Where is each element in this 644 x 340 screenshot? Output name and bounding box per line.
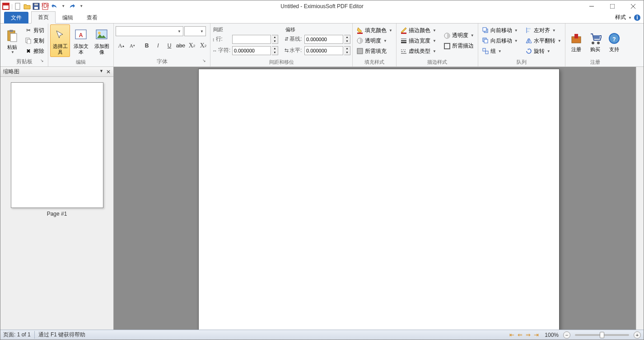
svg-rect-5 (34, 7, 38, 9)
char-spacing-field[interactable]: ↔ 字符:▲▼ (212, 46, 278, 56)
app-icon (2, 3, 9, 10)
thumbnail-page-1[interactable] (11, 82, 103, 208)
ribbon-tabbar: 文件 首页 编辑 查看 样式 ▼ i (0, 12, 644, 24)
font-size-combo[interactable]: ▼ (184, 26, 206, 36)
window-title: Untitled - EximiousSoft PDF Editor (280, 3, 363, 9)
thumbnails-panel: 缩略图 ▼ ✕ Page #1 (0, 67, 114, 330)
group-register: 注册 购买 ? 支持 注册 (565, 24, 625, 66)
svg-rect-3 (15, 3, 20, 9)
add-image-button[interactable]: 添加图像 (92, 24, 112, 57)
undo-icon[interactable] (51, 3, 58, 10)
svg-rect-44 (527, 31, 529, 32)
register-button[interactable]: 注册 (567, 24, 585, 57)
send-backward-button[interactable]: 向后移动▼ (480, 36, 520, 46)
baseline-field[interactable]: ⇵ 基线:▲▼ (285, 34, 350, 44)
group-arrange: 向前移动▼ 向后移动▼ 组▼ 左对齐▼ 水平翻转▼ 旋转▼ 队列 (478, 24, 565, 66)
underline-button[interactable]: U (164, 41, 175, 51)
first-page-button[interactable]: ⇤ (508, 331, 516, 339)
zoom-value: 100% (545, 332, 559, 338)
stroke-all-button[interactable]: 所需描边 (442, 41, 476, 51)
tab-file[interactable]: 文件 (4, 12, 28, 24)
font-launcher[interactable]: ↘ (201, 58, 207, 64)
add-text-button[interactable]: A 添加文本 (71, 24, 91, 57)
tab-edit[interactable]: 编辑 (56, 12, 80, 24)
stroke-dash-button[interactable]: 虚线类型▼ (398, 46, 438, 56)
pdf-icon[interactable]: PDF (42, 3, 49, 10)
fill-color-button[interactable]: 填充颜色▼ (355, 25, 394, 35)
svg-rect-41 (485, 51, 488, 54)
clipboard-launcher[interactable]: ↘ (39, 58, 45, 64)
svg-rect-10 (610, 4, 615, 9)
svg-rect-35 (444, 43, 450, 49)
font-family-combo[interactable]: ▼ (116, 26, 183, 36)
group-spacing: 间距 ↕ 行:▲▼ ↔ 字符:▲▼ 偏移 ⇵ 基线:▲▼ ⇆ 水平:▲▼ 间距和… (210, 24, 353, 66)
svg-text:?: ? (612, 36, 616, 42)
stroke-opacity-button[interactable]: 透明度▼ (442, 31, 476, 41)
last-page-button[interactable]: ⇥ (532, 331, 540, 339)
bring-forward-button[interactable]: 向前移动▼ (480, 25, 520, 35)
ribbon: 粘贴 ▼ ✂剪切 复制 ✖擦除 剪贴板↘ 选择工具 A 添加文本 添加图像 (0, 24, 644, 67)
svg-rect-19 (27, 39, 31, 44)
flip-horizontal-button[interactable]: 水平翻转▼ (523, 36, 563, 46)
open-icon[interactable] (23, 3, 31, 10)
thumbnail-label: Page #1 (6, 211, 108, 217)
subscript-button[interactable]: X2 (198, 41, 209, 51)
svg-rect-26 (357, 48, 363, 54)
erase-button[interactable]: ✖擦除 (23, 46, 46, 56)
support-button[interactable]: ? 支持 (605, 24, 623, 57)
svg-rect-46 (574, 34, 578, 38)
italic-button[interactable]: I (153, 41, 163, 51)
superscript-button[interactable]: X2 (187, 41, 197, 51)
svg-rect-37 (483, 28, 486, 31)
next-page-button[interactable]: ⇒ (524, 331, 532, 339)
qat-dropdown-icon[interactable]: ▼ (78, 3, 85, 10)
close-button[interactable] (623, 0, 644, 12)
new-icon[interactable] (14, 3, 22, 10)
svg-rect-43 (527, 28, 531, 29)
svg-rect-16 (9, 30, 13, 32)
panel-close-icon[interactable]: ✕ (106, 69, 111, 75)
rotate-button[interactable]: 旋转▼ (523, 46, 563, 56)
quick-access-toolbar: | PDF ▼ ▼ Untitled - EximiousSoft PDF Ed… (0, 0, 644, 12)
zoom-out-button[interactable]: − (563, 331, 570, 339)
select-tool-button[interactable]: 选择工具 (50, 24, 70, 57)
fill-opacity-button[interactable]: 透明度▼ (355, 36, 394, 46)
grow-font-button[interactable]: A▴ (116, 41, 126, 51)
fill-required-button[interactable]: 所需填充 (355, 46, 394, 56)
svg-rect-39 (484, 39, 488, 43)
strike-button[interactable]: abe (175, 41, 186, 51)
align-left-button[interactable]: 左对齐▼ (523, 25, 563, 35)
style-dropdown[interactable]: 样式 ▼ (615, 14, 632, 21)
save-icon[interactable] (33, 3, 40, 10)
bold-button[interactable]: B (141, 41, 152, 51)
buy-button[interactable]: 购买 (586, 24, 604, 57)
qat-dropdown-icon[interactable]: ▼ (60, 3, 67, 10)
stroke-width-button[interactable]: 描边宽度▼ (398, 36, 438, 46)
horizontal-field[interactable]: ⇆ 水平:▲▼ (285, 46, 350, 56)
zoom-in-button[interactable]: + (634, 331, 641, 339)
panel-dropdown-icon[interactable]: ▼ (99, 69, 103, 75)
maximize-button[interactable] (602, 0, 623, 12)
copy-button[interactable]: 复制 (23, 36, 46, 46)
vertical-scrollbar[interactable] (636, 67, 644, 330)
svg-rect-27 (401, 33, 406, 34)
prev-page-button[interactable]: ⇐ (516, 331, 524, 339)
paste-button[interactable]: 粘贴 ▼ (2, 24, 22, 57)
cut-button[interactable]: ✂剪切 (23, 25, 46, 35)
tab-home[interactable]: 首页 (31, 11, 56, 24)
help-icon[interactable]: i (634, 14, 641, 21)
tab-view[interactable]: 查看 (80, 12, 104, 24)
canvas-area[interactable] (114, 67, 644, 330)
group-button[interactable]: 组▼ (480, 46, 520, 56)
redo-icon[interactable] (69, 3, 76, 10)
document-page[interactable] (198, 69, 560, 330)
group-font: ▼ ▼ A▴ A▾ B I U abe X2 X2 字体↘ (114, 24, 210, 66)
stroke-color-button[interactable]: 描边颜色▼ (398, 25, 438, 35)
svg-point-48 (597, 42, 600, 44)
svg-rect-40 (483, 48, 485, 51)
minimize-button[interactable] (581, 0, 602, 12)
svg-rect-49 (593, 35, 600, 39)
line-spacing-field[interactable]: ↕ 行:▲▼ (212, 34, 278, 44)
shrink-font-button[interactable]: A▾ (127, 41, 138, 51)
zoom-slider[interactable] (575, 334, 629, 336)
